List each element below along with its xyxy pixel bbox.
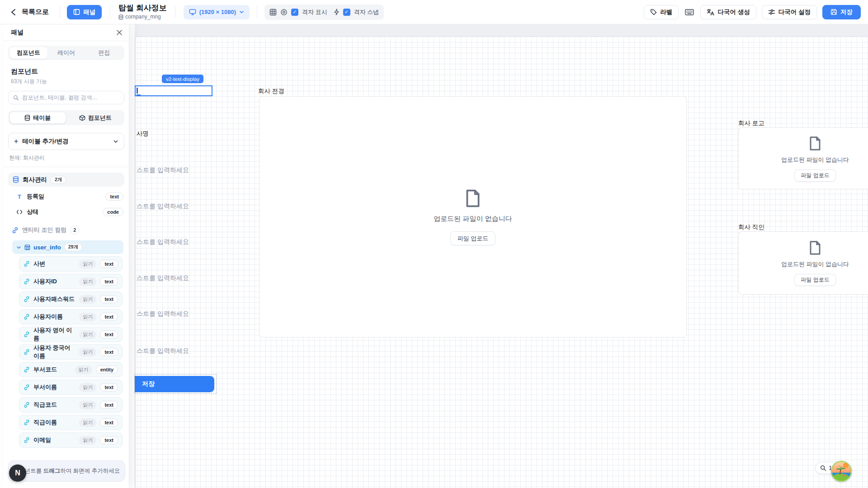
field-row[interactable]: T 등록일 text [16, 191, 123, 202]
search-icon [13, 95, 19, 101]
components-section-title: 컴포넌트 [11, 67, 122, 76]
join-column-row[interactable]: 직급이름 읽기 text [19, 415, 123, 430]
i18n-settings-button[interactable]: 다국어 설정 [762, 5, 817, 19]
file-upload-button[interactable]: 파일 업로드 [794, 169, 835, 182]
link-icon [24, 437, 30, 443]
translate-icon [707, 9, 714, 16]
join-column-row[interactable]: 이메일 읽기 text [19, 432, 123, 448]
add-table-dropdown[interactable]: + 테이블 추가/변경 [8, 133, 124, 150]
column-count-badge: 29개 [64, 243, 82, 251]
join-column-name: 사용자이름 [33, 313, 75, 321]
close-icon[interactable] [114, 28, 124, 38]
join-column-row[interactable]: 부서코드 읽기 entity [19, 362, 123, 377]
grid-options-group: ✓ 격자 표시 ✓ 격자 스냅 [264, 5, 384, 20]
tab-edit[interactable]: 편집 [85, 47, 123, 59]
tab-components[interactable]: 컴포넌트 [9, 47, 47, 59]
resolution-selector[interactable]: (868 × 488) [184, 5, 250, 19]
chevron-down-icon [239, 9, 244, 14]
joined-table-row-user-info[interactable]: user_info 29개 [12, 240, 123, 254]
keyboard-icon[interactable] [685, 9, 694, 16]
divider [60, 6, 60, 18]
type-badge: text [100, 348, 118, 356]
search-input[interactable] [22, 94, 119, 101]
join-column-name: 사용자패스워드 [33, 295, 75, 303]
divider [175, 6, 175, 18]
grid-show-checkbox[interactable]: ✓ [291, 9, 298, 16]
join-column-row[interactable]: 사용자이름 읽기 text [19, 309, 123, 324]
table-row-company[interactable]: 회사관리 2개 [8, 173, 124, 187]
company-seal-upload-area[interactable]: 업로드된 파일이 없습니다 파일 업로드 [738, 231, 868, 295]
chevron-down-icon [16, 245, 21, 250]
join-column-row[interactable]: 사용자 중국어 이름 읽기 text [19, 344, 123, 360]
join-column-row[interactable]: 사용자ID 읽기 text [19, 274, 123, 289]
divider [110, 6, 110, 18]
back-to-list-link[interactable]: 목록으로 [22, 8, 49, 16]
component-type-badge: v2-text-display [162, 75, 203, 83]
selected-text-underline [137, 94, 141, 95]
component-search-box[interactable] [8, 91, 124, 104]
text-input-placeholder[interactable]: 스트를 입력하세요 [137, 202, 189, 211]
database-name: company_mng [125, 14, 161, 20]
save-button[interactable]: 저장 [822, 5, 861, 19]
label-button[interactable]: 라벨 [644, 5, 679, 19]
selected-text-display-element[interactable] [135, 85, 212, 96]
access-badge: 읽기 [79, 383, 96, 392]
join-column-name: 사용자ID [33, 277, 75, 286]
code-icon [16, 209, 23, 215]
n-floating-bubble[interactable]: N [9, 465, 26, 482]
company-photo-upload-area[interactable]: 업로드된 파일이 없습니다 파일 업로드 [259, 96, 687, 338]
user-avatar-island[interactable] [831, 461, 852, 482]
field-row[interactable]: 상태 code [16, 206, 123, 217]
column-count-badge: 2개 [51, 176, 66, 184]
join-column-name: 부서이름 [33, 383, 75, 391]
text-input-placeholder[interactable]: 스트를 입력하세요 [137, 238, 189, 246]
type-badge: text [100, 436, 118, 444]
current-table-text: 현재: 회사관리 [9, 154, 123, 162]
access-badge: 읽기 [79, 260, 96, 268]
toggle-component[interactable]: 컴포넌트 [68, 112, 123, 124]
join-column-row[interactable]: 직급코드 읽기 text [19, 397, 123, 413]
file-upload-button[interactable]: 파일 업로드 [794, 274, 835, 286]
canvas-top-strip [135, 24, 868, 37]
text-input-placeholder[interactable]: 스트를 입력하세요 [137, 274, 189, 282]
link-icon [24, 366, 30, 373]
join-column-name: 이메일 [33, 436, 75, 444]
back-arrow-icon[interactable] [10, 8, 18, 16]
type-badge: text [100, 295, 118, 303]
type-badge: text [100, 260, 118, 268]
tab-layers[interactable]: 레이어 [47, 47, 85, 59]
access-badge: 읽기 [79, 330, 96, 339]
join-count-badge: 2 [70, 225, 79, 235]
table-name: 회사관리 [23, 176, 47, 184]
type-badge: text [100, 383, 118, 391]
type-badge: text [100, 401, 118, 409]
file-upload-button[interactable]: 파일 업로드 [450, 231, 496, 245]
canvas-save-button[interactable]: 저장 [135, 376, 214, 392]
upload-empty-text: 업로드된 파일이 없습니다 [781, 156, 849, 164]
access-badge: 읽기 [79, 348, 96, 357]
join-column-row[interactable]: 사용자 영어 이름 읽기 text [19, 327, 123, 342]
grid-snap-checkbox[interactable]: ✓ [343, 9, 350, 16]
join-column-row[interactable]: 부서이름 읽기 text [19, 380, 123, 395]
eye-icon[interactable] [280, 9, 288, 16]
company-name-label: 사명 [137, 130, 149, 138]
text-input-placeholder[interactable]: 스트를 입력하세요 [137, 310, 189, 318]
text-input-placeholder[interactable]: 스트를 입력하세요 [137, 166, 189, 174]
panel-toggle-button[interactable]: 패널 [67, 5, 102, 19]
chevron-down-icon [113, 139, 118, 144]
join-column-row[interactable]: 사용자패스워드 읽기 text [19, 291, 123, 307]
entity-join-header[interactable]: 엔티티 조인 컬럼 2 [12, 225, 123, 235]
company-seal-label: 회사 직인 [738, 223, 764, 231]
cube-icon [79, 115, 85, 121]
type-badge: text [100, 277, 118, 286]
resolution-value: (868 × 488) [199, 9, 236, 15]
text-input-placeholder[interactable]: 스트를 입력하세요 [137, 347, 189, 355]
i18n-generate-button[interactable]: 다국어 생성 [700, 5, 756, 19]
link-icon [24, 261, 30, 267]
access-badge: 읽기 [79, 295, 96, 304]
grid-icon [269, 9, 277, 16]
join-column-row[interactable]: 사번 읽기 text [19, 256, 123, 272]
toggle-table[interactable]: 테이블 [9, 112, 66, 124]
company-logo-upload-area[interactable]: 업로드된 파일이 없습니다 파일 업로드 [738, 127, 868, 189]
access-badge: 읽기 [79, 418, 96, 427]
